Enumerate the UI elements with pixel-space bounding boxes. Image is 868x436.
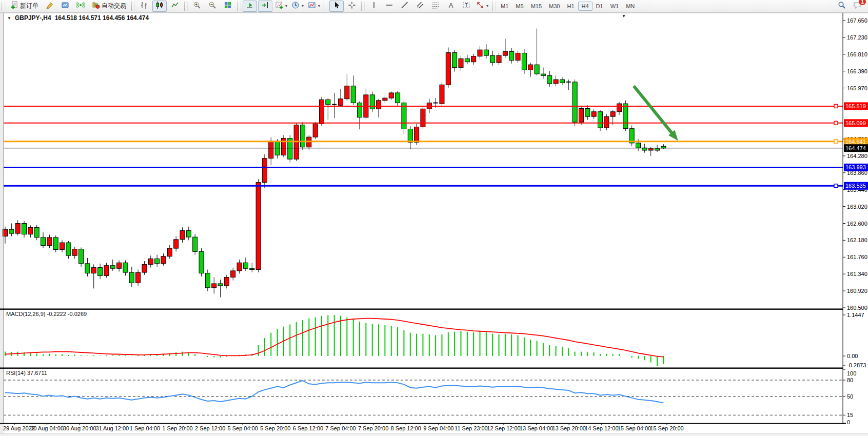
svg-text:A: A bbox=[449, 2, 453, 9]
highlighter-button[interactable] bbox=[43, 1, 57, 12]
line-handle[interactable] bbox=[834, 121, 838, 125]
svg-text:30 Aug 20:00: 30 Aug 20:00 bbox=[63, 425, 96, 431]
svg-text:166.810: 166.810 bbox=[847, 51, 867, 57]
svg-text:162.600: 162.600 bbox=[847, 221, 867, 227]
svg-text:167.650: 167.650 bbox=[847, 17, 867, 24]
svg-text:165.099: 165.099 bbox=[845, 120, 866, 126]
toolbar-separator bbox=[131, 2, 135, 11]
svg-text:15 Sep 20:00: 15 Sep 20:00 bbox=[650, 425, 683, 431]
svg-text:100: 100 bbox=[847, 370, 856, 376]
symbol-dropdown-icon[interactable]: ▼ bbox=[7, 16, 11, 21]
new-order-button[interactable]: 新订单 bbox=[7, 1, 42, 12]
line-chart-icon bbox=[171, 1, 179, 11]
auto-scroll-icon bbox=[246, 1, 254, 11]
timeframe-m30-button[interactable]: M30 bbox=[545, 2, 563, 11]
svg-text:15 Sep 04:00: 15 Sep 04:00 bbox=[618, 425, 651, 431]
timeframe-h1-button[interactable]: H1 bbox=[563, 2, 578, 11]
template-icon bbox=[308, 1, 316, 11]
vertical-line-icon bbox=[370, 1, 378, 11]
auto-trading-button[interactable]: 自动交易 bbox=[89, 1, 129, 12]
svg-text:7 Sep 20:00: 7 Sep 20:00 bbox=[358, 425, 388, 431]
notification-badge: 1 bbox=[859, 0, 866, 5]
cursor-icon bbox=[332, 1, 341, 11]
timeframe-m1-button[interactable]: M1 bbox=[497, 2, 512, 11]
arrows-button[interactable]: ▾ bbox=[475, 1, 490, 12]
timeframe-h4-button[interactable]: H4 bbox=[578, 2, 593, 11]
fibonacci-icon bbox=[431, 1, 440, 11]
svg-text:161.340: 161.340 bbox=[847, 271, 867, 277]
svg-text:161.760: 161.760 bbox=[847, 254, 867, 260]
mt4-window: 167.650167.230166.810166.390165.970164.7… bbox=[0, 0, 868, 436]
profile-button[interactable] bbox=[58, 1, 72, 12]
line-chart-button[interactable] bbox=[168, 1, 182, 12]
svg-text:50: 50 bbox=[847, 393, 853, 400]
line-handle[interactable] bbox=[834, 184, 838, 188]
auto-trading-label: 自动交易 bbox=[102, 2, 126, 10]
svg-text:163.993: 163.993 bbox=[845, 164, 866, 170]
timeframe-m5-button[interactable]: M5 bbox=[512, 2, 527, 11]
chart-symbol: GBPJPY-,H4 bbox=[15, 14, 51, 22]
chart-ohlc: 164.518 164.571 164.456 164.474 bbox=[55, 14, 149, 22]
zoom-in-button[interactable] bbox=[190, 1, 204, 12]
auto-scroll-button[interactable] bbox=[243, 1, 257, 12]
svg-text:9 Sep 04:00: 9 Sep 04:00 bbox=[423, 425, 453, 431]
bar-chart-button[interactable] bbox=[137, 1, 151, 12]
crosshair-icon bbox=[348, 1, 356, 11]
svg-text:5 Sep 04:00: 5 Sep 04:00 bbox=[228, 425, 258, 431]
zoom-out-icon bbox=[208, 1, 216, 11]
search-button[interactable] bbox=[835, 1, 849, 12]
svg-text:160.500: 160.500 bbox=[847, 305, 867, 311]
add-indicator-button[interactable]: ▾ bbox=[273, 1, 289, 12]
line-handle[interactable] bbox=[834, 140, 838, 143]
cursor-button[interactable] bbox=[329, 1, 344, 12]
trendline-icon bbox=[401, 1, 409, 11]
candlestick-chart-button[interactable] bbox=[152, 1, 167, 12]
tile-windows-icon bbox=[224, 1, 232, 11]
svg-text:162.180: 162.180 bbox=[847, 237, 867, 243]
svg-text:164.280: 164.280 bbox=[847, 153, 867, 159]
macd-indicator-label: MACD(12,26,9) -0.2222 -0.0269 bbox=[6, 311, 87, 317]
horizontal-line-icon bbox=[385, 1, 393, 11]
chat-button[interactable]: 1 bbox=[850, 1, 864, 12]
profile-icon bbox=[61, 1, 69, 11]
svg-text:0.00: 0.00 bbox=[847, 353, 858, 359]
trendline-button[interactable] bbox=[398, 1, 412, 12]
add-indicator-icon bbox=[275, 1, 283, 11]
svg-text:1 Sep 20:00: 1 Sep 20:00 bbox=[162, 425, 192, 431]
periods-button[interactable]: ▾ bbox=[290, 1, 305, 12]
chart-menu-icon[interactable]: ▼ bbox=[622, 14, 626, 18]
text-icon: A bbox=[447, 1, 455, 11]
toolbar-separator bbox=[492, 2, 496, 11]
template-button[interactable]: ▾ bbox=[306, 1, 322, 12]
line-handle[interactable] bbox=[834, 104, 838, 108]
chart-shift-button[interactable] bbox=[258, 1, 272, 12]
toolbar-separator bbox=[237, 2, 241, 11]
text-label-icon: T bbox=[462, 1, 470, 11]
svg-text:2 Sep 12:00: 2 Sep 12:00 bbox=[195, 425, 225, 431]
highlighter-icon bbox=[46, 1, 54, 11]
svg-text:160.920: 160.920 bbox=[847, 288, 867, 294]
timeframe-m15-button[interactable]: M15 bbox=[527, 2, 545, 11]
chart-title: ▼ GBPJPY-,H4 164.518 164.571 164.456 164… bbox=[7, 14, 149, 22]
equidistant-channel-button[interactable] bbox=[413, 1, 427, 12]
horizontal-line-button[interactable] bbox=[382, 1, 397, 12]
text-label-button[interactable]: T bbox=[459, 1, 474, 12]
timeframe-d1-button[interactable]: D1 bbox=[593, 2, 607, 11]
text-button[interactable]: A bbox=[444, 1, 458, 12]
zoom-out-button[interactable] bbox=[205, 1, 220, 12]
timeframe-mn-button[interactable]: MN bbox=[622, 2, 638, 11]
signal-button[interactable] bbox=[73, 1, 88, 12]
vertical-line-button[interactable] bbox=[367, 1, 381, 12]
rsi-indicator-label: RSI(14) 37.6711 bbox=[6, 370, 47, 376]
search-icon bbox=[838, 1, 846, 11]
svg-text:15: 15 bbox=[847, 412, 853, 418]
svg-text:167.230: 167.230 bbox=[847, 34, 867, 41]
svg-text:13 Sep 20:00: 13 Sep 20:00 bbox=[552, 425, 585, 431]
crosshair-button[interactable] bbox=[345, 1, 359, 12]
fibonacci-button[interactable] bbox=[428, 1, 443, 12]
timeframe-w1-button[interactable]: W1 bbox=[607, 2, 623, 11]
svg-text:163.535: 163.535 bbox=[845, 183, 866, 189]
new-order-icon bbox=[10, 1, 18, 11]
tile-windows-button[interactable] bbox=[221, 1, 235, 12]
chevron-down-icon: ▾ bbox=[318, 4, 320, 8]
